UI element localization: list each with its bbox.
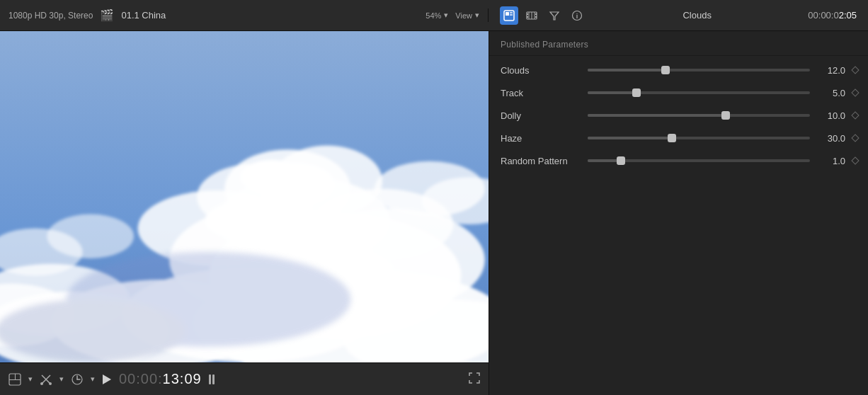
zoom-value: 54% <box>426 11 441 20</box>
top-bar: 1080p HD 30p, Stereo 🎬 01.1 China 54% ▾ … <box>0 0 868 31</box>
svg-point-35 <box>47 214 134 258</box>
param-slider[interactable] <box>588 91 810 94</box>
diamond-shape <box>851 111 859 119</box>
video-panel: ▾ ▾ ▾ <box>0 31 489 395</box>
param-slider-fill <box>588 91 636 94</box>
pause-bar-1 <box>209 374 211 384</box>
viewer-icon-button[interactable] <box>500 6 518 25</box>
param-row: Haze 30.0 <box>489 127 868 149</box>
param-slider-track <box>588 91 810 94</box>
video-viewport <box>0 31 489 362</box>
param-slider-thumb[interactable] <box>721 111 730 120</box>
top-bar-right: i Clouds 00:00:02:05 <box>489 6 868 25</box>
layout-chevron[interactable]: ▾ <box>28 374 33 384</box>
param-slider-thumb[interactable] <box>617 156 625 165</box>
param-label: Haze <box>501 133 582 144</box>
svg-rect-6 <box>527 16 528 18</box>
param-keyframe-diamond[interactable] <box>851 156 860 165</box>
param-row: Track 5.0 <box>489 81 868 104</box>
param-keyframe-diamond[interactable] <box>851 111 860 120</box>
svg-marker-49 <box>103 374 111 384</box>
info-icon-button[interactable]: i <box>568 6 586 25</box>
view-chevron: ▾ <box>475 11 479 20</box>
timecode-prefix: 00:00:0 <box>808 10 838 21</box>
svg-point-37 <box>240 160 303 195</box>
diamond-shape <box>851 88 859 96</box>
svg-rect-7 <box>535 13 537 15</box>
svg-rect-3 <box>510 14 513 16</box>
svg-rect-45 <box>15 374 16 379</box>
param-value: 30.0 <box>816 133 845 144</box>
inspector-title: Clouds <box>683 10 711 21</box>
param-slider[interactable] <box>588 69 810 71</box>
filmstrip-icon-button[interactable] <box>522 6 541 25</box>
param-value: 5.0 <box>816 88 845 98</box>
svg-rect-0 <box>504 11 514 21</box>
param-slider-track <box>588 69 810 71</box>
param-value: 12.0 <box>816 65 845 76</box>
svg-point-42 <box>0 299 185 362</box>
svg-point-47 <box>49 382 52 385</box>
top-bar-left: 1080p HD 30p, Stereo 🎬 01.1 China 54% ▾ … <box>0 8 489 22</box>
film-icon: 🎬 <box>100 8 114 22</box>
transport-bar: ▾ ▾ ▾ <box>0 362 489 395</box>
published-params-header: Published Parameters <box>489 31 868 56</box>
param-slider-track <box>588 159 810 162</box>
zoom-control[interactable]: 54% ▾ <box>426 11 448 20</box>
param-slider-thumb[interactable] <box>661 66 670 74</box>
svg-rect-44 <box>9 379 21 380</box>
param-slider-thumb[interactable] <box>632 88 641 97</box>
pause-button[interactable] <box>209 374 215 384</box>
fullscreen-button[interactable] <box>469 372 480 387</box>
param-slider[interactable] <box>588 137 810 139</box>
view-control[interactable]: View ▾ <box>455 11 479 20</box>
param-slider[interactable] <box>588 159 810 162</box>
view-label: View <box>455 11 472 20</box>
speed-button[interactable] <box>71 373 84 386</box>
trim-chevron[interactable]: ▾ <box>59 374 64 384</box>
svg-marker-12 <box>550 12 559 20</box>
svg-rect-1 <box>506 12 509 16</box>
pause-bar-2 <box>212 374 215 384</box>
diamond-shape <box>851 66 859 74</box>
param-label: Clouds <box>501 65 582 76</box>
project-name: 01.1 China <box>121 10 166 21</box>
param-label: Dolly <box>501 110 582 121</box>
timecode-main: 13:09 <box>163 371 202 387</box>
param-keyframe-diamond[interactable] <box>851 134 860 142</box>
param-row: Random Pattern 1.0 <box>489 149 868 172</box>
svg-point-38 <box>205 201 292 241</box>
param-slider-track <box>588 137 810 139</box>
timecode-bright: 2:05 <box>839 10 857 21</box>
param-label: Random Pattern <box>501 156 582 166</box>
param-keyframe-diamond[interactable] <box>851 88 860 97</box>
video-info: 1080p HD 30p, Stereo <box>8 11 93 21</box>
inspector-panel: Published Parameters Clouds 12.0 Track 5… <box>489 31 868 395</box>
param-slider-fill <box>588 69 666 71</box>
param-slider[interactable] <box>588 114 810 117</box>
param-label: Track <box>501 88 582 98</box>
speed-chevron[interactable]: ▾ <box>91 374 95 384</box>
params-list: Clouds 12.0 Track 5.0 Dolly <box>489 56 868 175</box>
diamond-shape <box>851 134 859 142</box>
diamond-shape <box>851 156 859 164</box>
zoom-chevron: ▾ <box>444 11 448 20</box>
transport-timecode: 00:00:13:09 <box>119 371 202 387</box>
svg-rect-8 <box>535 16 537 18</box>
main-area: ▾ ▾ ▾ <box>0 31 868 395</box>
timecode-dim: 00:00: <box>119 371 163 387</box>
top-timecode: 00:00:02:05 <box>808 10 857 21</box>
param-row: Clouds 12.0 <box>489 59 868 81</box>
param-value: 10.0 <box>816 110 845 121</box>
video-preview <box>0 31 489 362</box>
trim-button[interactable] <box>40 373 52 386</box>
param-keyframe-diamond[interactable] <box>851 66 860 74</box>
param-slider-track <box>588 114 810 117</box>
layout-button[interactable] <box>8 373 21 386</box>
play-button[interactable] <box>102 374 112 385</box>
param-value: 1.0 <box>816 156 845 166</box>
param-slider-thumb[interactable] <box>668 134 676 142</box>
svg-rect-5 <box>527 13 528 15</box>
filter-icon-button[interactable] <box>545 6 564 25</box>
svg-text:i: i <box>576 13 578 20</box>
